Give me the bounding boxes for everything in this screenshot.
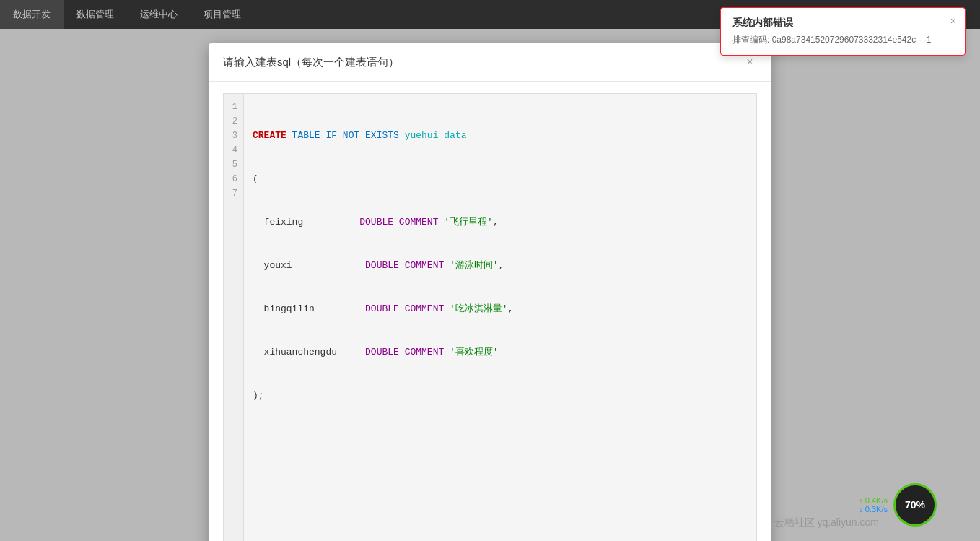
code-line-6: xihuanchengdu DOUBLE COMMENT '喜欢程度' [253,345,748,360]
speed-value: 70% [905,499,925,511]
line-num-1: 1 [229,100,237,114]
modal-body: 1 2 3 4 5 6 7 CREATE TABLE IF NOT EXISTS… [209,82,771,541]
line-num-7: 7 [229,186,237,201]
line-num-2: 2 [229,114,237,129]
watermark: 云栖社区 yq.aliyun.com [774,516,879,529]
code-content: CREATE TABLE IF NOT EXISTS yuehui_data (… [244,94,756,541]
line-num-4: 4 [229,143,237,157]
download-speed: ↓ 0.3K/s [859,505,888,514]
line-numbers: 1 2 3 4 5 6 7 [224,94,244,541]
nav-data-mgmt[interactable]: 数据管理 [64,0,127,29]
upload-speed: ↑ 0.4K/s [859,496,888,505]
line-num-6: 6 [229,172,237,186]
nav-proj-mgmt[interactable]: 项目管理 [191,0,254,29]
code-line-1: CREATE TABLE IF NOT EXISTS yuehui_data [253,129,748,143]
sql-editor[interactable]: 1 2 3 4 5 6 7 CREATE TABLE IF NOT EXISTS… [223,93,757,541]
nav-ops-center[interactable]: 运维中心 [127,0,191,29]
error-code: 排查编码: 0a98a73415207296073332314e542c - -… [732,34,942,46]
sql-dialog: 请输入建表sql（每次一个建表语句） × 1 2 3 4 5 6 7 CREAT… [209,43,771,541]
speed-circle: 70% [893,483,937,527]
line-num-5: 5 [229,157,237,172]
modal-header: 请输入建表sql（每次一个建表语句） × [209,43,771,82]
modal-backdrop: 请输入建表sql（每次一个建表语句） × 1 2 3 4 5 6 7 CREAT… [0,29,980,541]
nav-data-dev[interactable]: 数据开发 [0,0,64,29]
error-title: 系统内部错误 [732,17,942,30]
modal-close-button[interactable]: × [743,55,757,69]
code-line-2: ( [253,172,748,186]
code-line-4: youxi DOUBLE COMMENT '游泳时间', [253,259,748,273]
error-notification: × 系统内部错误 排查编码: 0a98a73415207296073332314… [720,7,966,56]
code-line-7: ); [253,389,748,403]
code-empty-area[interactable] [253,432,748,541]
modal-title: 请输入建表sql（每次一个建表语句） [223,56,399,69]
line-num-3: 3 [229,129,237,143]
code-line-5: bingqilin DOUBLE COMMENT '吃冰淇淋量', [253,302,748,316]
error-close-button[interactable]: × [950,15,956,27]
code-line-3: feixing DOUBLE COMMENT '飞行里程', [253,215,748,230]
speed-texts: ↑ 0.4K/s ↓ 0.3K/s [859,496,888,514]
